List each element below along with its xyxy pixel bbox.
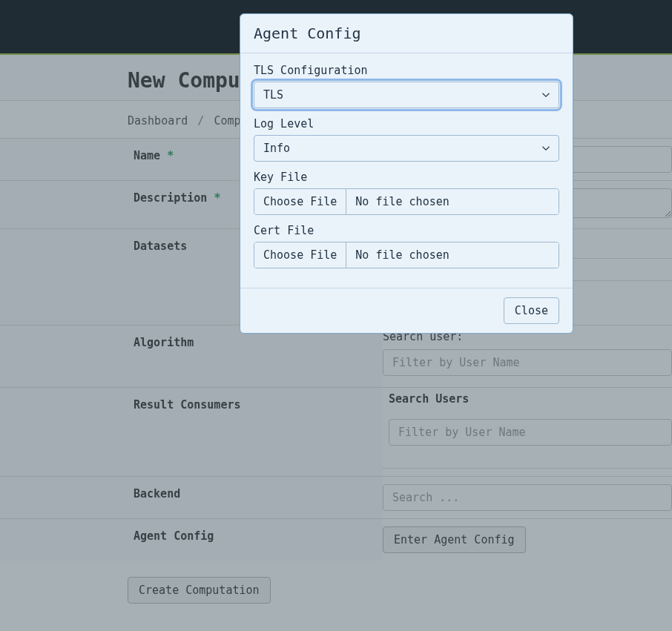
cert-file-status: No file chosen bbox=[346, 242, 559, 268]
tls-config-field: TLS Configuration TLS bbox=[254, 64, 559, 108]
cert-file-label: Cert File bbox=[254, 224, 559, 237]
cert-file-field: Cert File Choose File No file chosen bbox=[254, 224, 559, 268]
modal-footer: Close bbox=[240, 288, 573, 333]
key-file-input[interactable]: Choose File No file chosen bbox=[254, 188, 559, 215]
key-file-choose-button[interactable]: Choose File bbox=[254, 189, 346, 214]
key-file-field: Key File Choose File No file chosen bbox=[254, 171, 559, 215]
log-level-field: Log Level Info bbox=[254, 117, 559, 162]
log-level-select[interactable]: Info bbox=[254, 135, 559, 162]
key-file-status: No file chosen bbox=[346, 189, 559, 214]
cert-file-input[interactable]: Choose File No file chosen bbox=[254, 242, 559, 268]
key-file-label: Key File bbox=[254, 171, 559, 184]
modal-header: Agent Config bbox=[240, 14, 573, 53]
log-level-label: Log Level bbox=[254, 117, 559, 131]
tls-config-label: TLS Configuration bbox=[254, 64, 559, 77]
modal-title: Agent Config bbox=[254, 24, 559, 42]
tls-config-select[interactable]: TLS bbox=[254, 82, 559, 108]
agent-config-modal: Agent Config TLS Configuration TLS Log L… bbox=[240, 13, 573, 334]
modal-body: TLS Configuration TLS Log Level Info Key… bbox=[240, 53, 573, 288]
cert-file-choose-button[interactable]: Choose File bbox=[254, 242, 346, 268]
close-button[interactable]: Close bbox=[504, 297, 559, 324]
